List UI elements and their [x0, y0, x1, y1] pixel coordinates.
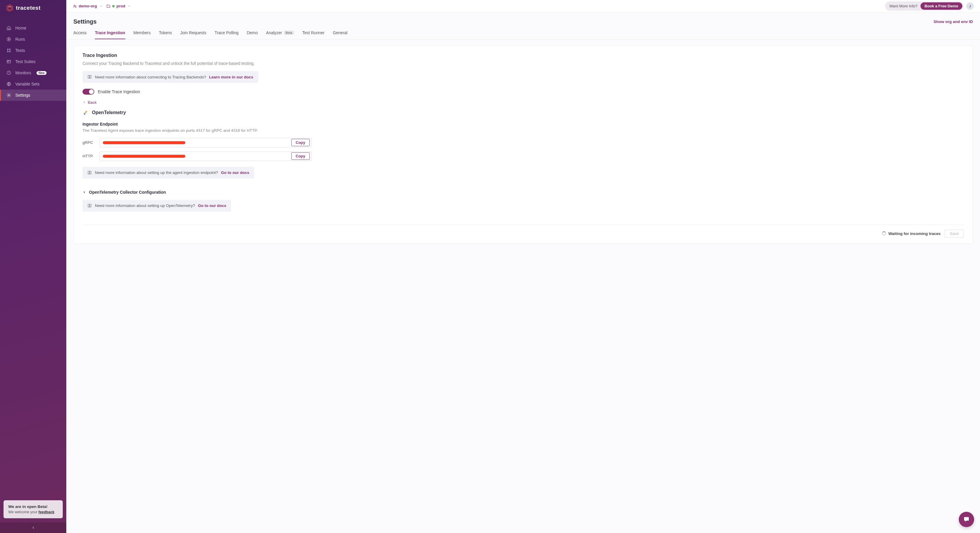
env-name: prod: [116, 4, 125, 8]
sidebar-item-home[interactable]: Home: [0, 22, 66, 34]
home-icon: [6, 26, 11, 30]
tab-general[interactable]: General: [332, 30, 347, 39]
opentelemetry-header: OpenTelemetry: [83, 109, 964, 116]
tests-icon: [6, 48, 11, 53]
book-icon: [87, 203, 92, 208]
chat-icon: [963, 516, 970, 523]
svg-point-1: [7, 49, 8, 50]
svg-point-8: [8, 95, 10, 96]
show-ids-link[interactable]: Show org and env ID: [934, 19, 973, 24]
sidebar-item-runs[interactable]: Runs: [0, 34, 66, 45]
grpc-label: gRPC: [83, 140, 95, 145]
sidebar-item-test-suites[interactable]: Test Suites: [0, 56, 66, 67]
http-value-redacted: [103, 155, 185, 158]
new-badge: New: [37, 71, 47, 75]
waiting-status: Waiting for incoming traces: [882, 231, 940, 236]
http-input[interactable]: Copy: [100, 152, 312, 161]
tab-test-runner[interactable]: Test Runner: [302, 30, 325, 39]
collector-config-expand[interactable]: OpenTelemetry Collector Configuration: [83, 190, 964, 195]
env-selector[interactable]: prod: [107, 4, 131, 8]
toggle-row: Enable Trace Ingestion: [83, 89, 964, 95]
chevron-right-icon: [83, 190, 86, 194]
enable-ingestion-toggle[interactable]: [83, 89, 94, 95]
back-link[interactable]: Back: [83, 100, 97, 105]
tab-trace-ingestion[interactable]: Trace Ingestion: [95, 30, 125, 39]
section-title: Trace Ingestion: [83, 53, 964, 58]
section-description: Connect your Tracing Backend to Tracetes…: [83, 61, 964, 66]
monitors-icon: [6, 70, 11, 75]
chat-button[interactable]: [959, 512, 974, 527]
tab-trace-polling[interactable]: Trace Polling: [215, 30, 239, 39]
sidebar-item-label: Home: [15, 26, 26, 30]
tab-join-requests[interactable]: Join Requests: [180, 30, 207, 39]
sidebar-item-label: Monitors: [15, 70, 31, 75]
http-endpoint-row: HTTP Copy: [83, 152, 964, 161]
gear-icon: [6, 93, 11, 97]
logo[interactable]: tracetest: [0, 0, 66, 16]
info-banner-ot: Need more information about setting up O…: [83, 200, 231, 212]
tabs: Access Trace Ingestion Members Tokens Jo…: [66, 25, 980, 40]
sidebar-item-label: Settings: [15, 93, 30, 97]
svg-point-4: [10, 51, 11, 52]
tab-demo[interactable]: Demo: [247, 30, 258, 39]
svg-point-3: [7, 51, 8, 52]
org-icon: [73, 4, 77, 8]
learn-more-link[interactable]: Learn more in our docs: [209, 75, 253, 79]
feedback-link[interactable]: feedback: [38, 510, 54, 514]
trace-ingestion-panel: Trace Ingestion Connect your Tracing Bac…: [73, 45, 973, 244]
env-status-icon: [112, 5, 115, 7]
sidebar-item-monitors[interactable]: Monitors New: [0, 67, 66, 78]
tab-access[interactable]: Access: [73, 30, 87, 39]
tab-members[interactable]: Members: [134, 30, 151, 39]
ot-docs-link[interactable]: Go to our docs: [198, 203, 226, 208]
copy-http-button[interactable]: Copy: [291, 152, 310, 160]
logo-text: tracetest: [16, 5, 41, 11]
org-selector[interactable]: demo-org: [73, 4, 103, 8]
sidebar-item-label: Variable Sets: [15, 81, 40, 86]
book-icon: [87, 171, 92, 175]
sidebar-item-tests[interactable]: Tests: [0, 45, 66, 56]
folder-icon: [107, 4, 110, 8]
book-icon: [87, 75, 92, 79]
page-title: Settings: [73, 18, 97, 25]
spinner-icon: [882, 231, 886, 236]
info-pill: Want More Info? Book a Free Demo: [885, 2, 964, 11]
sidebar-item-variable-sets[interactable]: Variable Sets: [0, 78, 66, 89]
sidebar-item-label: Tests: [15, 48, 25, 53]
svg-point-2: [10, 49, 11, 50]
toggle-label: Enable Trace Ingestion: [98, 89, 140, 94]
opentelemetry-icon: [83, 109, 89, 116]
svg-rect-12: [84, 110, 88, 113]
tab-analyzer[interactable]: AnalyzerBeta: [266, 30, 294, 39]
ingestor-title: Ingestor Endpoint: [83, 122, 964, 126]
svg-point-11: [84, 113, 86, 115]
main: demo-org prod Want More Info? Book a Fre…: [66, 0, 980, 533]
svg-point-9: [74, 5, 75, 6]
sidebar: tracetest Home Runs Tests Test Suites Mo…: [0, 0, 66, 533]
chevron-down-icon: [99, 5, 103, 8]
chevron-left-icon: [31, 526, 35, 530]
info-text: Want More Info?: [889, 4, 918, 8]
beta-subtitle: We welcome your feedback: [8, 510, 58, 514]
save-button[interactable]: Save: [945, 230, 964, 238]
tab-tokens[interactable]: Tokens: [159, 30, 172, 39]
grpc-input[interactable]: Copy: [100, 138, 312, 147]
collapse-sidebar-button[interactable]: [0, 522, 66, 533]
beta-title: We are in open Beta!: [8, 504, 58, 509]
copy-grpc-button[interactable]: Copy: [291, 139, 310, 146]
suites-icon: [6, 59, 11, 64]
book-demo-button[interactable]: Book a Free Demo: [921, 2, 963, 10]
grpc-endpoint-row: gRPC Copy: [83, 138, 964, 147]
opentelemetry-title: OpenTelemetry: [92, 110, 126, 115]
org-name: demo-org: [79, 4, 97, 8]
variables-icon: [6, 81, 11, 86]
info-banner-backends: Need more information about connecting t…: [83, 71, 258, 83]
svg-point-10: [75, 5, 76, 6]
agent-docs-link[interactable]: Go to our docs: [221, 171, 249, 175]
avatar[interactable]: J: [966, 3, 974, 10]
beta-box: We are in open Beta! We welcome your fee…: [3, 500, 63, 518]
sidebar-item-label: Test Suites: [15, 59, 35, 64]
beta-badge: Beta: [284, 31, 294, 35]
info-banner-agent: Need more information about setting up t…: [83, 167, 254, 179]
sidebar-item-settings[interactable]: Settings: [0, 89, 66, 101]
